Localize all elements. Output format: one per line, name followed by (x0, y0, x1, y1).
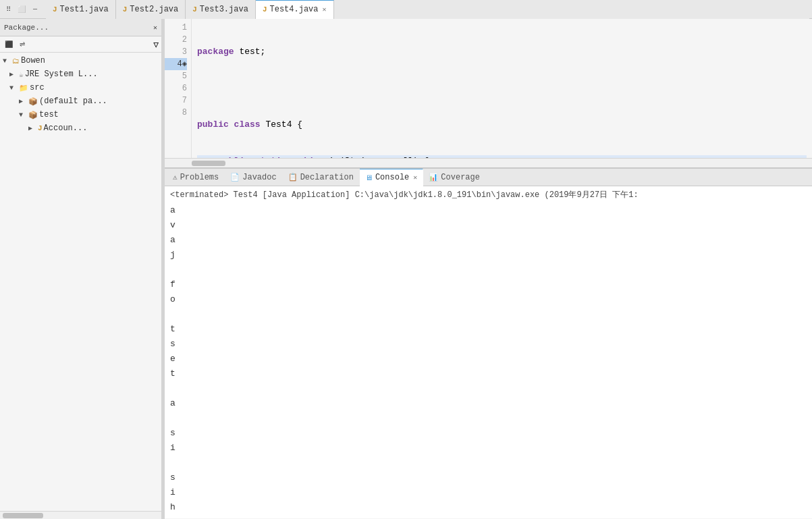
sidebar-tree: ▼ 🗂 Bowen ▶ ☕ JRE System L... ▼ 📁 src ▶ … (0, 53, 161, 511)
menu-icon[interactable]: ⠿ (3, 4, 13, 15)
tab-javadoc[interactable]: 📄 Javadoc (225, 169, 282, 186)
code-content[interactable]: package test; public class Test4 { publi… (192, 19, 812, 158)
tab-close-test4[interactable]: ✕ (323, 5, 327, 13)
tab-console[interactable]: 🖥 Console ✕ (360, 169, 423, 186)
arrow-src: ▼ (9, 84, 18, 92)
link-editor-button[interactable]: ⇌ (16, 38, 28, 51)
editor-tab-bar: J Test1.java J Test2.java J Test3.java J… (46, 0, 809, 19)
sidebar-toolbar: ⬛ ⇌ ▽ (0, 36, 161, 53)
bottom-tab-bar: ⚠ Problems 📄 Javadoc 📋 Declaration 🖥 Con… (165, 169, 812, 186)
tab-test4[interactable]: J Test4.java ✕ (256, 0, 334, 19)
tree-label-bowen: Bowen (21, 56, 45, 65)
console-output: a v a j f o t s e t a s i s i h t (170, 203, 807, 518)
minimize-icon[interactable]: — (30, 4, 40, 15)
ln-7: 7 (165, 94, 187, 107)
editor-pane: 1 2 3 4◈ 5 6 7 8 package test; public cl… (165, 19, 812, 167)
arrow-jre: ▶ (9, 70, 18, 78)
declaration-label: Declaration (300, 173, 354, 182)
default-pkg-icon: 📦 (28, 97, 38, 106)
code-line-2 (197, 82, 807, 94)
tab-label-test2: Test2.java (130, 5, 178, 14)
tree-item-account[interactable]: ▶ J Accoun... (0, 121, 161, 135)
ln-2: 2 (165, 34, 187, 46)
java-file-icon: J (38, 124, 43, 132)
console-content: <terminated> Test4 [Java Application] C:… (165, 186, 812, 518)
tree-label-test: test (39, 110, 59, 119)
console-terminated-header: <terminated> Test4 [Java Application] C:… (170, 189, 807, 200)
tree-item-src[interactable]: ▼ 📁 src (0, 81, 161, 94)
coverage-label: Coverage (441, 173, 480, 182)
tree-item-default-pkg[interactable]: ▶ 📦 (default pa... (0, 94, 161, 108)
declaration-icon: 📋 (288, 173, 298, 182)
tree-item-bowen[interactable]: ▼ 🗂 Bowen (0, 54, 161, 67)
tree-label-jre: JRE System L... (25, 70, 98, 79)
ln-4: 4◈ (165, 58, 187, 70)
javadoc-icon: 📄 (230, 173, 240, 182)
sidebar-close-icon[interactable]: ✕ (153, 24, 157, 32)
src-icon: 📁 (19, 84, 28, 92)
tab-test2[interactable]: J Test2.java (116, 0, 186, 19)
tab-icon-test4: J (263, 5, 267, 13)
tree-label-default: (default pa... (39, 97, 107, 106)
app-root: ⠿ ⬜ — J Test1.java J Test2.java J Test3.… (0, 0, 812, 519)
arrow-default: ▶ (19, 97, 27, 105)
sidebar-scroll-thumb[interactable] (3, 513, 43, 518)
code-line-1: package test; (197, 46, 807, 58)
tab-test3[interactable]: J Test3.java (186, 0, 256, 19)
sidebar-menu-button[interactable]: ▽ (153, 39, 159, 50)
top-bar-icons: ⠿ ⬜ — (3, 4, 40, 15)
code-editor: 1 2 3 4◈ 5 6 7 8 package test; public cl… (165, 19, 812, 158)
jre-icon: ☕ (19, 70, 24, 79)
tree-item-test-pkg[interactable]: ▼ 📦 test (0, 108, 161, 121)
sidebar-header: Package... ✕ (0, 19, 161, 36)
tree-label-src: src (30, 83, 45, 92)
sidebar-title: Package... (4, 24, 49, 32)
restore-icon[interactable]: ⬜ (16, 4, 27, 15)
arrow-account: ▶ (28, 124, 36, 132)
line-numbers: 1 2 3 4◈ 5 6 7 8 (165, 19, 192, 158)
editor-hscroll-thumb[interactable] (192, 161, 225, 166)
ln-6: 6 (165, 82, 187, 94)
problems-label: Problems (180, 173, 219, 182)
tab-test1[interactable]: J Test1.java (46, 0, 116, 19)
ln-5: 5 (165, 70, 187, 82)
tab-label-test1: Test1.java (60, 5, 109, 14)
javadoc-label: Javadoc (242, 173, 276, 182)
center-layout: 1 2 3 4◈ 5 6 7 8 package test; public cl… (165, 19, 812, 519)
bottom-panel: ⚠ Problems 📄 Javadoc 📋 Declaration 🖥 Con… (165, 167, 812, 518)
ln-8: 8 (165, 107, 187, 119)
tab-icon-test2: J (123, 5, 128, 13)
package-explorer: Package... ✕ ⬛ ⇌ ▽ ▼ 🗂 Bowen ▶ ☕ JRE Sys… (0, 19, 162, 519)
tab-label-test3: Test3.java (200, 5, 248, 14)
proj-icon: 🗂 (12, 57, 20, 65)
tree-label-account: Accoun... (44, 124, 88, 133)
tree-item-jre[interactable]: ▶ ☕ JRE System L... (0, 67, 161, 81)
tab-problems[interactable]: ⚠ Problems (167, 169, 225, 186)
arrow-test: ▼ (19, 111, 27, 119)
ln-1: 1 (165, 22, 187, 34)
tab-label-test4: Test4.java (269, 5, 318, 14)
console-label: Console (375, 173, 409, 182)
tab-coverage[interactable]: 📊 Coverage (423, 169, 486, 186)
tab-declaration[interactable]: 📋 Declaration (283, 169, 360, 186)
sidebar-horizontal-scroll[interactable] (0, 511, 161, 519)
tab-icon-test1: J (53, 5, 57, 13)
arrow-bowen: ▼ (3, 57, 11, 65)
coverage-icon: 📊 (429, 173, 438, 182)
top-bar: ⠿ ⬜ — J Test1.java J Test2.java J Test3.… (0, 0, 812, 19)
ln-3: 3 (165, 46, 187, 58)
problems-icon: ⚠ (173, 173, 178, 182)
console-icon: 🖥 (365, 173, 373, 182)
main-layout: Package... ✕ ⬛ ⇌ ▽ ▼ 🗂 Bowen ▶ ☕ JRE Sys… (0, 19, 812, 519)
test-pkg-icon: 📦 (28, 111, 38, 119)
code-line-3: public class Test4 { (197, 119, 807, 131)
tab-icon-test3: J (192, 5, 197, 13)
collapse-all-button[interactable]: ⬛ (3, 38, 15, 51)
console-tab-close[interactable]: ✕ (413, 173, 417, 182)
editor-horizontal-scroll[interactable] (165, 158, 812, 167)
